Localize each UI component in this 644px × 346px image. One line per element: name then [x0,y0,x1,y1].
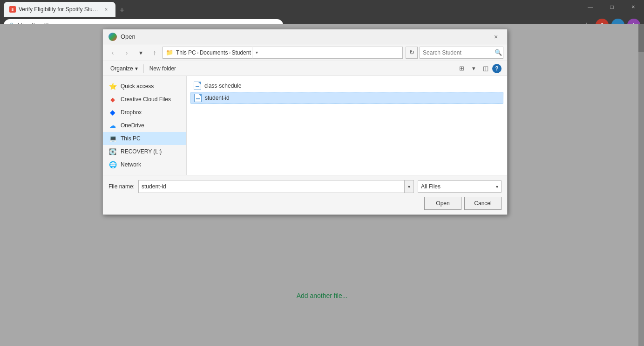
dialog-sidebar: ⭐ Quick access ◆ Creative Cloud Files ◆ … [103,76,187,175]
breadcrumb-this-pc[interactable]: This PC [176,49,196,56]
search-input[interactable] [423,49,493,56]
breadcrumb-sep-1: › [197,49,199,56]
sidebar-item-recovery[interactable]: 💽 RECOVERY (L:) [103,145,186,158]
file-icon-student-id [194,94,202,102]
sidebar-item-onedrive[interactable]: ☁ OneDrive [103,119,186,132]
sidebar-label-this-pc: This PC [121,135,141,142]
breadcrumb-sep-2: › [229,49,230,56]
toolbar-separator [143,64,144,73]
filename-row: File name: ▾ All Files ▾ [108,180,502,193]
network-icon: 🌐 [108,160,117,169]
tab-favicon: S [9,6,16,13]
filetype-select[interactable]: All Files ▾ [418,180,502,193]
recovery-icon: 💽 [108,147,117,156]
quick-access-icon: ⭐ [108,82,117,90]
sidebar-label-dropbox: Dropbox [121,109,142,116]
breadcrumb-documents[interactable]: Documents [200,49,228,56]
sidebar-label-network: Network [121,161,141,168]
maximize-button[interactable]: □ [601,0,623,14]
tab-close-button[interactable]: × [102,6,110,13]
breadcrumb-student[interactable]: Student [231,49,251,56]
nav-dropdown-button[interactable]: ▾ [135,47,147,59]
sidebar-item-network[interactable]: 🌐 Network [103,158,186,171]
this-pc-icon: 💻 [108,134,117,143]
dialog-body: ⭐ Quick access ◆ Creative Cloud Files ◆ … [103,76,507,175]
onedrive-icon: ☁ [108,121,117,130]
new-folder-button[interactable]: New folder [148,64,178,73]
filetype-label: All Files [421,183,441,190]
browser-tabs: S Verify Eligibility for Spotify Stude..… [0,0,644,17]
sidebar-label-onedrive: OneDrive [121,122,144,129]
search-icon[interactable]: 🔍 [495,49,502,56]
folder-icon: 📁 [166,49,173,56]
toolbar-view-buttons: ⊞ ▾ ◫ ? [456,63,502,74]
sidebar-item-this-pc[interactable]: 💻 This PC [103,132,186,145]
dialog-filelist: class-schedule student-id [187,76,507,175]
breadcrumb-dropdown-button[interactable]: ▾ [252,47,261,59]
dialog-close-button[interactable]: × [490,31,502,42]
view-pane-button[interactable]: ◫ [480,63,491,74]
view-grid-button[interactable]: ⊞ [456,63,467,74]
dialog-title: Open [121,33,487,40]
chrome-icon [108,33,117,41]
sidebar-label-quick-access: Quick access [121,83,154,90]
file-item-student-id[interactable]: student-id [190,92,503,104]
sidebar-label-creative-cloud: Creative Cloud Files [121,96,171,103]
browser-tab-active[interactable]: S Verify Eligibility for Spotify Stude..… [4,2,115,17]
breadcrumb-bar[interactable]: 📁 This PC › Documents › Student ▾ [163,47,403,59]
organize-button[interactable]: Organize ▾ [108,64,140,73]
sidebar-item-dropbox[interactable]: ◆ Dropbox [103,106,186,119]
nav-up-button[interactable]: ↑ [149,47,161,59]
view-dropdown-button[interactable]: ▾ [468,63,479,74]
search-box: 🔍 [420,47,503,59]
file-icon-class-schedule [193,82,202,90]
filename-label: File name: [108,183,135,190]
browser-chrome: S Verify Eligibility for Spotify Stude..… [0,0,644,24]
creative-cloud-icon: ◆ [108,95,117,104]
tab-title: Verify Eligibility for Spotify Stude... [19,6,100,13]
organize-label: Organize [110,65,133,72]
dialog-titlebar: Open × [103,29,507,44]
sidebar-label-recovery: RECOVERY (L:) [121,148,162,155]
nav-forward-button[interactable]: › [121,47,133,59]
new-folder-label: New folder [149,65,176,72]
close-button[interactable]: × [623,0,644,14]
footer-buttons: Open Cancel [108,197,502,210]
organize-arrow: ▾ [135,65,138,72]
file-name-student-id: student-id [205,95,230,101]
open-button[interactable]: Open [424,197,461,210]
minimize-button[interactable]: — [580,0,601,14]
refresh-button[interactable]: ↻ [406,47,418,59]
dropbox-icon: ◆ [108,108,117,117]
dialog-navbar: ‹ › ▾ ↑ 📁 This PC › Documents › Student … [103,44,507,61]
open-dialog: Open × ‹ › ▾ ↑ 📁 This PC › Documents › S… [102,29,508,215]
dialog-toolbar: Organize ▾ New folder ⊞ ▾ ◫ ? [103,61,507,76]
new-tab-button[interactable]: + [115,4,129,17]
file-item-class-schedule[interactable]: class-schedule [190,80,503,92]
help-button[interactable]: ? [492,64,502,73]
dialog-overlay: Open × ‹ › ▾ ↑ 📁 This PC › Documents › S… [0,24,644,346]
file-name-class-schedule: class-schedule [204,83,241,89]
cancel-button[interactable]: Cancel [464,197,502,210]
window-controls: — □ × [580,0,644,14]
nav-back-button[interactable]: ‹ [107,47,119,59]
filetype-dropdown-arrow: ▾ [496,184,498,189]
filename-input[interactable] [139,180,404,193]
dialog-footer: File name: ▾ All Files ▾ Open Cancel [103,175,507,215]
sidebar-item-creative-cloud[interactable]: ◆ Creative Cloud Files [103,93,186,106]
filename-dropdown-button[interactable]: ▾ [404,180,414,193]
sidebar-item-quick-access[interactable]: ⭐ Quick access [103,80,186,93]
